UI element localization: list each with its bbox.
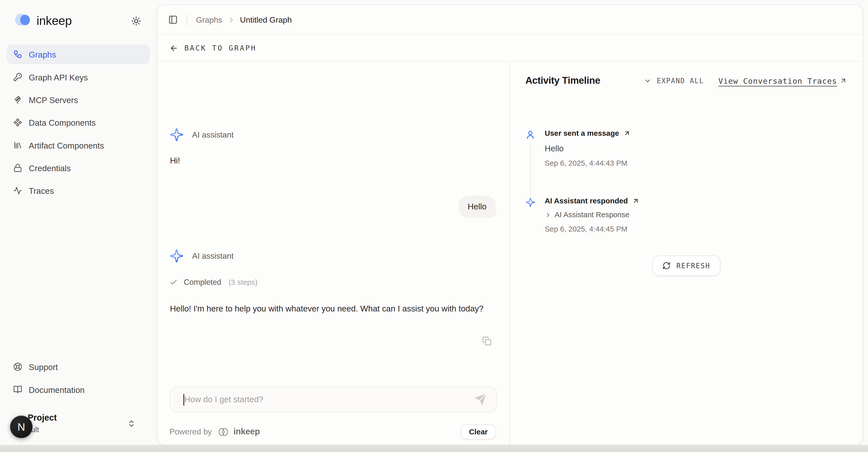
assistant-message-header: AI assistant xyxy=(169,128,234,142)
lock-icon xyxy=(13,163,22,172)
key-icon xyxy=(13,73,22,81)
component-icon xyxy=(13,118,22,127)
sidebar-item-support[interactable]: Support xyxy=(6,357,150,376)
timeline-item-assistant-response: AI Assistant responded AI Assistant Resp… xyxy=(525,197,847,233)
sidebar-item-label: Graphs xyxy=(29,50,56,59)
assistant-message-header: AI assistant xyxy=(169,249,234,263)
bottom-edge xyxy=(0,445,868,452)
sidebar-item-documentation[interactable]: Documentation xyxy=(6,379,150,399)
sidebar-item-data-components[interactable]: Data Components xyxy=(6,112,150,132)
breadcrumb-header: Graphs Untitled Graph xyxy=(157,5,863,35)
back-to-graph-button[interactable]: BACK TO GRAPH xyxy=(157,35,863,62)
timeline-item-body: AI Assistant Response xyxy=(555,211,629,219)
book-open-icon xyxy=(13,385,22,394)
brand-name: inkeep xyxy=(36,14,71,28)
inkeep-logo-icon xyxy=(13,13,32,29)
timeline-item-link[interactable]: AI Assistant responded xyxy=(545,197,640,205)
assistant-label: AI assistant xyxy=(192,252,234,260)
sidebar-item-label: Credentials xyxy=(29,163,71,172)
sidebar-toggle-button[interactable] xyxy=(168,15,178,24)
sun-icon xyxy=(131,16,141,26)
nextjs-dev-badge[interactable]: N xyxy=(10,416,33,438)
user-message-bubble: Hello xyxy=(458,196,496,218)
timeline-item-timestamp: Sep 6, 2025, 4:44:45 PM xyxy=(545,225,640,233)
sidebar-item-graph-api-keys[interactable]: Graph API Keys xyxy=(6,67,150,87)
sparkles-icon xyxy=(169,249,184,263)
status-steps: (3 steps) xyxy=(228,278,258,286)
sidebar-item-label: Documentation xyxy=(29,385,85,394)
arrow-up-right-icon xyxy=(632,197,640,205)
timeline-item-user-message: User sent a message Hello Sep 6, 2025, 4… xyxy=(525,129,847,167)
timeline-item-body: Hello xyxy=(545,144,631,153)
activity-timeline-panel: Activity Timeline EXPAND ALL View Conver… xyxy=(510,62,863,445)
sidebar-item-artifact-components[interactable]: Artifact Components xyxy=(6,135,150,155)
send-button[interactable] xyxy=(474,393,487,405)
sparkles-icon xyxy=(169,128,184,142)
completion-status[interactable]: Completed (3 steps) xyxy=(169,278,257,286)
chevron-right-icon xyxy=(227,16,235,24)
sidebar-item-credentials[interactable]: Credentials xyxy=(6,158,150,178)
timeline-actions: EXPAND ALL View Conversation Traces xyxy=(644,76,847,85)
activity-icon xyxy=(13,186,22,195)
header-divider xyxy=(187,13,187,26)
sidebar-item-mcp-servers[interactable]: MCP Servers xyxy=(6,90,150,110)
sidebar-item-label: Data Components xyxy=(29,118,96,127)
send-icon xyxy=(474,393,487,405)
sidebar-item-label: Support xyxy=(29,362,58,371)
refresh-icon xyxy=(662,261,670,270)
timeline-item-title: User sent a message xyxy=(545,129,619,138)
powered-by-label: Powered by xyxy=(169,427,212,436)
collapse-toggle-button[interactable] xyxy=(644,77,652,84)
timeline-header: Activity Timeline EXPAND ALL View Conver… xyxy=(525,75,847,86)
content-row: AI assistant Hi! Hello AI assistant xyxy=(157,62,863,445)
brand-logo[interactable]: inkeep xyxy=(13,13,72,29)
assistant-label: AI assistant xyxy=(192,130,234,139)
assistant-message-text: Hi! xyxy=(170,156,180,165)
refresh-button[interactable]: REFRESH xyxy=(652,255,720,276)
timeline-item-content: AI Assistant responded AI Assistant Resp… xyxy=(545,197,640,233)
refresh-label: REFRESH xyxy=(676,261,710,270)
sidebar-item-label: Graph API Keys xyxy=(29,73,88,82)
view-conversation-traces-link[interactable]: View Conversation Traces xyxy=(718,76,847,85)
breadcrumb-parent-link[interactable]: Graphs xyxy=(196,15,222,24)
project-title: Project xyxy=(28,413,57,423)
scroll-fade xyxy=(157,350,509,385)
sidebar-item-label: MCP Servers xyxy=(29,95,78,104)
panel-left-icon xyxy=(168,15,178,24)
assistant-response-expander[interactable]: AI Assistant Response xyxy=(545,211,640,219)
copy-icon xyxy=(482,336,492,346)
copy-button[interactable] xyxy=(482,336,492,346)
sidebar-item-label: Artifact Components xyxy=(29,141,104,150)
expand-all-button[interactable]: EXPAND ALL xyxy=(657,77,704,85)
arrow-up-right-icon xyxy=(840,77,847,84)
chat-panel: AI assistant Hi! Hello AI assistant xyxy=(157,62,510,445)
timeline-item-link[interactable]: User sent a message xyxy=(545,129,631,138)
user-icon xyxy=(525,130,535,167)
check-icon xyxy=(169,278,178,286)
chat-input-box xyxy=(169,386,497,412)
workflow-icon xyxy=(13,50,22,59)
chevron-right-icon xyxy=(545,211,551,218)
clear-button[interactable]: Clear xyxy=(461,424,496,439)
inkeep-outline-icon xyxy=(217,426,229,437)
chevron-down-icon xyxy=(644,77,652,84)
app-window: inkeep Graphs xyxy=(0,0,868,452)
view-traces-label: View Conversation Traces xyxy=(718,76,837,85)
sidebar-item-graphs[interactable]: Graphs xyxy=(6,44,150,64)
timeline-item-timestamp: Sep 6, 2025, 4:44:43 PM xyxy=(545,159,631,167)
nextjs-badge-letter: N xyxy=(18,421,25,433)
breadcrumb-current: Untitled Graph xyxy=(240,15,292,24)
theme-toggle-button[interactable] xyxy=(130,15,142,27)
timeline-title: Activity Timeline xyxy=(525,75,600,86)
arrow-left-icon xyxy=(169,44,178,52)
status-label: Completed xyxy=(184,278,221,286)
chat-footer: Powered by inkeep Clear xyxy=(169,422,496,441)
chat-input[interactable] xyxy=(184,387,461,412)
powered-brand: inkeep xyxy=(233,427,260,437)
timeline-item-content: User sent a message Hello Sep 6, 2025, 4… xyxy=(545,129,631,167)
sidebar-item-traces[interactable]: Traces xyxy=(6,181,150,201)
sidebar-item-label: Traces xyxy=(29,186,54,195)
library-icon xyxy=(13,141,22,149)
chevrons-up-down-icon xyxy=(127,419,135,428)
main-panel: Graphs Untitled Graph BACK TO GRAPH xyxy=(157,4,863,445)
